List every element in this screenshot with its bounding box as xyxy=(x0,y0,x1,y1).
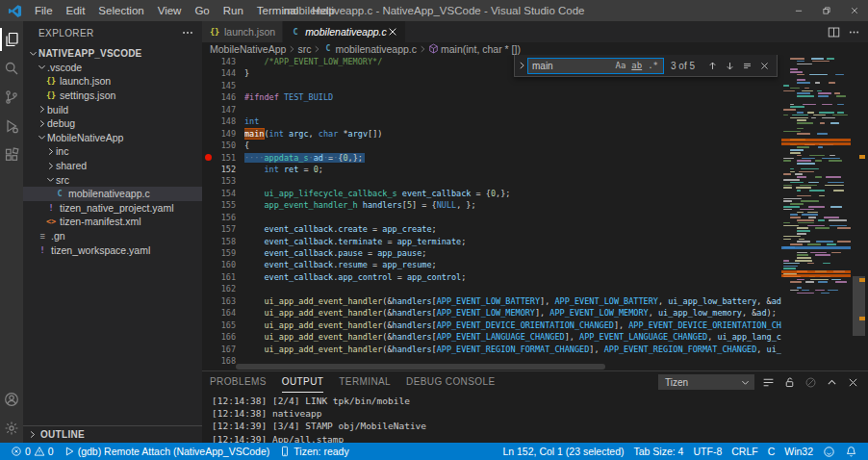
menu-view[interactable]: View xyxy=(151,0,189,21)
line-number[interactable]: 166 xyxy=(215,331,236,343)
find-input[interactable] xyxy=(532,61,612,71)
menu-go[interactable]: Go xyxy=(188,0,216,21)
close-find-button[interactable] xyxy=(756,58,772,73)
code-line-148[interactable]: 148int xyxy=(202,115,781,127)
panel-tab-terminal[interactable]: TERMINAL xyxy=(339,371,391,393)
line-number[interactable]: 152 xyxy=(215,164,236,175)
line-number[interactable]: 161 xyxy=(215,271,236,283)
code-line-149[interactable]: 149main(int argc, char *argv[]) xyxy=(202,128,781,140)
panel-tab-debug-console[interactable]: DEBUG CONSOLE xyxy=(406,371,495,393)
line-number[interactable]: 153 xyxy=(215,175,236,187)
code-line-157[interactable]: 157 event_callback.create = app_create; xyxy=(202,223,781,235)
glyph-margin[interactable] xyxy=(202,223,215,235)
glyph-margin[interactable] xyxy=(202,319,215,331)
code-line-163[interactable]: 163 ui_app_add_event_handler(&handlers[A… xyxy=(202,295,781,307)
menu-help[interactable]: Help xyxy=(305,0,342,21)
tree-item-inc[interactable]: inc xyxy=(23,144,202,159)
line-number[interactable]: 145 xyxy=(215,80,236,91)
code-editor[interactable]: 143 /*APP_EVENT_LOW_MEMORY*/144}145146#i… xyxy=(202,55,868,371)
find-in-selection-button[interactable] xyxy=(739,58,754,73)
line-number[interactable]: 167 xyxy=(215,344,236,355)
clear-output-button[interactable] xyxy=(804,375,818,390)
glyph-margin[interactable] xyxy=(202,295,215,307)
code-line-162[interactable]: 162 xyxy=(202,283,781,294)
breadcrumb-item[interactable]: Cmobilenativeapp.c xyxy=(322,43,417,55)
tree-item-shared[interactable]: shared xyxy=(23,159,202,173)
code-line-146[interactable]: 146#ifndef TEST_BUILD xyxy=(202,91,781,103)
line-number[interactable]: 156 xyxy=(215,212,236,223)
maximize-panel-button[interactable] xyxy=(825,375,839,390)
line-number[interactable]: 147 xyxy=(215,104,236,115)
activity-extensions-button[interactable] xyxy=(0,141,23,169)
glyph-margin[interactable] xyxy=(202,212,215,223)
breadcrumb-item[interactable]: src xyxy=(297,43,311,55)
menu-file[interactable]: File xyxy=(28,0,60,21)
line-number[interactable]: 163 xyxy=(215,295,236,307)
tree-item-tizen-workspace-yaml[interactable]: !tizen_workspace.yaml xyxy=(23,243,202,257)
status-platform[interactable]: Win32 xyxy=(779,443,818,460)
line-number[interactable]: 165 xyxy=(215,319,236,331)
code-line-166[interactable]: 166 ui_app_add_event_handler(&handlers[A… xyxy=(202,331,781,343)
line-number[interactable]: 159 xyxy=(215,247,236,259)
regex-icon[interactable]: .* xyxy=(645,61,661,70)
menu-run[interactable]: Run xyxy=(217,0,250,21)
glyph-margin[interactable] xyxy=(202,188,215,199)
activity-run-debug-button[interactable] xyxy=(0,112,23,141)
status-bell-button[interactable] xyxy=(840,443,862,460)
line-number[interactable]: 151 xyxy=(215,152,236,164)
status-eol[interactable]: CRLF xyxy=(727,443,762,460)
status-indentation[interactable]: Tab Size: 4 xyxy=(629,443,689,460)
activity-source-control-button[interactable] xyxy=(0,83,23,112)
tree-item-mobilenativeapp[interactable]: MobileNativeApp xyxy=(23,131,202,145)
line-number[interactable]: 155 xyxy=(215,199,236,211)
line-number[interactable]: 162 xyxy=(215,283,236,294)
breadcrumb-item[interactable]: main(int, char * []) xyxy=(428,43,521,55)
code-line-156[interactable]: 156 xyxy=(202,212,781,223)
panel-tab-output[interactable]: OUTPUT xyxy=(282,371,324,393)
menu-selection[interactable]: Selection xyxy=(91,0,150,21)
code-line-161[interactable]: 161 event_callback.app_control = app_con… xyxy=(202,271,781,283)
glyph-margin[interactable] xyxy=(202,344,215,355)
split-editor-icon[interactable] xyxy=(828,26,840,38)
glyph-margin[interactable] xyxy=(202,271,215,283)
word-wrap-button[interactable] xyxy=(761,375,776,390)
line-number[interactable]: 146 xyxy=(215,91,236,103)
toggle-replace-button[interactable] xyxy=(515,55,527,76)
glyph-margin[interactable] xyxy=(202,355,215,367)
line-number[interactable]: 154 xyxy=(215,188,236,199)
code-line-151[interactable]: 151····appdata_s·ad·=·{0,}; xyxy=(202,152,781,164)
line-number[interactable]: 149 xyxy=(215,128,236,140)
status-problems[interactable]: 00 xyxy=(6,443,59,460)
status-cursor-position[interactable]: Ln 152, Col 1 (23 selected) xyxy=(498,443,628,460)
tree-item-launch-json[interactable]: {}launch.json xyxy=(23,74,202,89)
glyph-margin[interactable] xyxy=(202,56,215,67)
horizontal-scrollbar[interactable] xyxy=(236,364,779,371)
more-actions-icon[interactable] xyxy=(848,26,860,38)
tab-mobilenativeapp-c[interactable]: Cmobilenativeapp.c xyxy=(283,21,406,42)
line-number[interactable]: 168 xyxy=(215,355,236,367)
breakpoint-glyph[interactable] xyxy=(202,152,215,164)
code-line-160[interactable]: 160 event_callback.resume = app_resume; xyxy=(202,259,781,270)
close-panel-button[interactable] xyxy=(846,375,860,390)
status-encoding[interactable]: UTF-8 xyxy=(688,443,727,460)
glyph-margin[interactable] xyxy=(202,247,215,259)
status-debug-target[interactable]: (gdb) Remote Attach (NativeApp_VSCode) xyxy=(59,443,275,460)
status-feedback-button[interactable] xyxy=(818,443,840,460)
status-tizen-status[interactable]: Tizen: ready xyxy=(274,443,353,460)
code-line-147[interactable]: 147 xyxy=(202,104,781,115)
activity-settings-button[interactable] xyxy=(0,414,23,443)
code-line-158[interactable]: 158 event_callback.terminate = app_termi… xyxy=(202,236,781,247)
tree-item--gn[interactable]: ≡.gn xyxy=(23,229,202,243)
glyph-margin[interactable] xyxy=(202,128,215,140)
code-line-164[interactable]: 164 ui_app_add_event_handler(&handlers[A… xyxy=(202,307,781,319)
line-number[interactable]: 157 xyxy=(215,223,236,235)
glyph-margin[interactable] xyxy=(202,91,215,103)
next-match-button[interactable] xyxy=(722,58,737,73)
close-tab-icon[interactable] xyxy=(387,26,398,38)
line-number[interactable]: 160 xyxy=(215,259,236,270)
tree-item-src[interactable]: src xyxy=(23,172,202,187)
line-number[interactable]: 164 xyxy=(215,307,236,319)
line-number[interactable]: 144 xyxy=(215,67,236,79)
code-line-150[interactable]: 150{ xyxy=(202,140,781,151)
minimap[interactable] xyxy=(781,55,851,371)
